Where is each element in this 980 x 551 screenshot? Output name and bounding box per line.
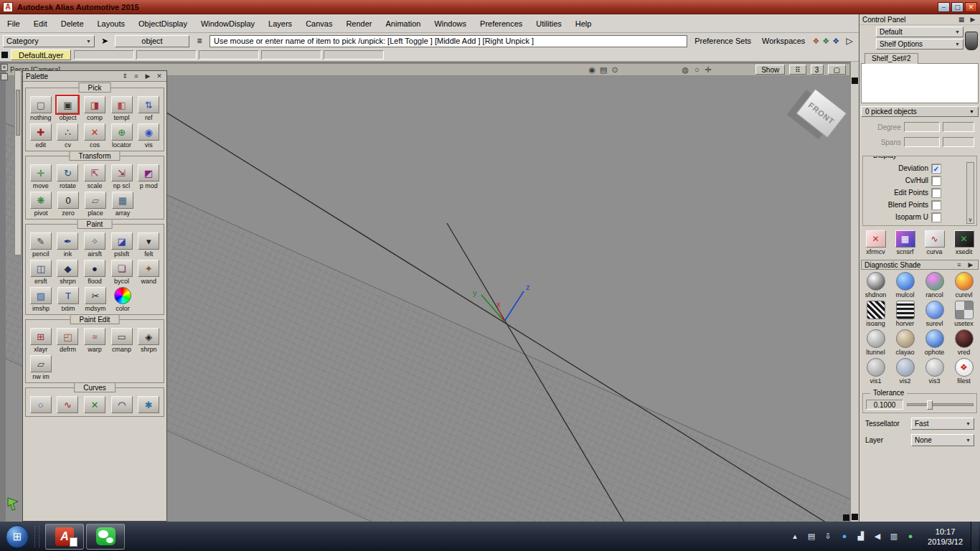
tool-bycol[interactable]: ❏bycol [108, 260, 136, 285]
pick-target-box[interactable]: object [115, 35, 189, 47]
tool-scnsrf[interactable]: ▦scnsrf [892, 230, 919, 255]
menu-canvas[interactable]: Canvas [306, 19, 332, 28]
tool-cmanp[interactable]: ▭cmanp [108, 328, 136, 353]
tool-wand[interactable]: ✦wand [135, 260, 162, 285]
checkbox[interactable] [932, 189, 941, 197]
maximize-button[interactable]: ▢ [951, 2, 963, 12]
globe-icon[interactable]: ◍ [679, 65, 691, 75]
tool-clayao[interactable]: clayao [892, 329, 919, 356]
tool-color[interactable]: color [109, 287, 136, 312]
layer-slot[interactable] [136, 50, 197, 60]
layer-dropdown[interactable]: None ▼ [911, 434, 974, 446]
volume-icon[interactable]: ◀ [872, 532, 882, 541]
frame-handle-bottom[interactable] [852, 514, 858, 520]
network-icon[interactable]: ▥ [889, 532, 899, 541]
tool-ltunnel[interactable]: ltunnel [862, 329, 890, 356]
display-icon[interactable]: ▤ [806, 532, 816, 541]
tool-isoang[interactable]: isoang [862, 301, 890, 327]
viewport-maximize-icon[interactable]: ▢ [828, 65, 846, 75]
browser-ball-icon[interactable]: ● [839, 532, 849, 541]
grid-size-value[interactable]: 3 [811, 65, 824, 75]
layer-slot[interactable] [261, 50, 321, 60]
tool-airsft[interactable]: ✧airsft [81, 232, 108, 258]
tool-rotate[interactable]: ↻rotate [55, 164, 82, 189]
dock-icon[interactable]: ⇕ [121, 72, 129, 80]
tool-ophote[interactable]: ophote [921, 329, 948, 356]
tool-curva[interactable]: ∿curva [921, 230, 948, 255]
magnifier-icon[interactable]: ⊙ [609, 65, 621, 75]
menu-file[interactable]: File [7, 19, 20, 28]
degree-field-2[interactable] [943, 122, 974, 132]
tool-mulcol[interactable]: mulcol [892, 272, 919, 298]
close-button[interactable]: ✕ [965, 2, 977, 12]
tool-surevl[interactable]: surevl [921, 301, 948, 327]
palette-section-tab[interactable]: Paint [77, 219, 113, 229]
preference-sets-button[interactable]: Preference Sets [691, 37, 755, 45]
menu-objectdisplay[interactable]: ObjectDisplay [138, 19, 187, 28]
tool-warp[interactable]: ≈warp [81, 328, 108, 353]
tool-xlayr[interactable]: ⊞xlayr [27, 328, 55, 353]
tool-filest[interactable]: ❖filest [951, 358, 978, 385]
menu-windows[interactable]: Windows [434, 19, 466, 28]
expand-icon[interactable]: ▶ [966, 261, 975, 268]
tool-cv[interactable]: ∴cv [55, 123, 82, 149]
installer-icon[interactable]: ⇩ [823, 532, 833, 541]
tool-np-scl[interactable]: ⇲np scl [108, 164, 136, 189]
tool-pencil[interactable]: ✎pencil [27, 232, 55, 258]
taskbar-item-wechat[interactable] [86, 524, 125, 550]
menu-utilities[interactable]: Utilities [536, 19, 561, 28]
tool-ink[interactable]: ✒ink [55, 232, 82, 258]
tool-vred[interactable]: vred [951, 329, 978, 356]
tool-mdsym[interactable]: ✂mdsym [82, 287, 109, 312]
tool-shrpn[interactable]: ◆shrpn [55, 260, 82, 285]
tool-edit[interactable]: ✚edit [27, 123, 55, 149]
tool-usetex[interactable]: usetex [951, 301, 978, 327]
checkbox[interactable]: ✓ [932, 164, 941, 173]
minimize-button[interactable]: – [938, 2, 950, 12]
menu-animation[interactable]: Animation [386, 19, 421, 28]
prompt-list-icon[interactable]: ≡ [193, 36, 206, 46]
layer-slot[interactable] [324, 50, 384, 60]
tool-curves-4[interactable]: ✱ [135, 396, 162, 414]
tool-curves-0[interactable]: ○ [27, 396, 55, 414]
tool-templ[interactable]: ◧templ [108, 96, 136, 121]
clapper-icon[interactable]: ▤ [598, 65, 609, 75]
chevron-down-icon[interactable]: ∨ [967, 217, 974, 223]
tool-nothing[interactable]: ▢nothing [27, 96, 55, 121]
tool-vis1[interactable]: vis1 [862, 358, 890, 385]
tool-imshp[interactable]: ▨imshp [27, 287, 55, 312]
snap-icon-1[interactable]: ❖ [812, 37, 819, 46]
display-scrollbar[interactable]: ∨ [966, 162, 974, 224]
snap-icon-2[interactable]: ❖ [822, 37, 829, 46]
shelf-options-dropdown[interactable]: Shelf Options ▼ [876, 39, 963, 50]
taskbar-item-alias[interactable]: A [45, 524, 84, 550]
shelf-content[interactable] [861, 63, 979, 103]
show-desktop-button[interactable] [971, 522, 979, 551]
layer-slot[interactable] [74, 50, 134, 60]
tool-comp[interactable]: ◨comp [81, 96, 108, 121]
tool-object[interactable]: ▣object [55, 96, 82, 121]
tool-zero[interactable]: 0zero [55, 192, 82, 217]
palette-section-tab[interactable]: Transform [69, 151, 120, 161]
layer-bar-handle[interactable] [1, 52, 8, 58]
menu-windowdisplay[interactable]: WindowDisplay [201, 19, 255, 28]
menu-render[interactable]: Render [346, 19, 372, 28]
tessellator-dropdown[interactable]: Fast ▼ [911, 418, 974, 430]
menu-layers[interactable]: Layers [268, 19, 292, 28]
tool-curevl[interactable]: curevl [951, 272, 978, 298]
shelf-set-tab[interactable]: Shelf_Set#2 [864, 53, 918, 64]
tool-shrpn[interactable]: ◈shrpn [135, 328, 162, 353]
spans-field-1[interactable] [904, 137, 940, 147]
palette-scrollbar[interactable] [14, 70, 22, 255]
shelf-tools-icon[interactable] [965, 32, 978, 50]
taskbar-clock[interactable]: 10:17 2019/3/12 [928, 527, 963, 547]
hidden-icons-chevron[interactable]: ▴ [790, 532, 800, 541]
grid-icon[interactable]: ▦ [957, 16, 966, 23]
menu-delete[interactable]: Delete [61, 19, 84, 28]
tool-vis2[interactable]: vis2 [892, 358, 919, 385]
window-menu-icon[interactable]: ✕ [1, 64, 8, 71]
checkbox[interactable] [932, 176, 941, 185]
safety-icon[interactable]: ● [905, 532, 915, 541]
expand-icon[interactable]: ▶ [143, 72, 152, 80]
tool-pslsft[interactable]: ◪pslsft [108, 232, 136, 258]
